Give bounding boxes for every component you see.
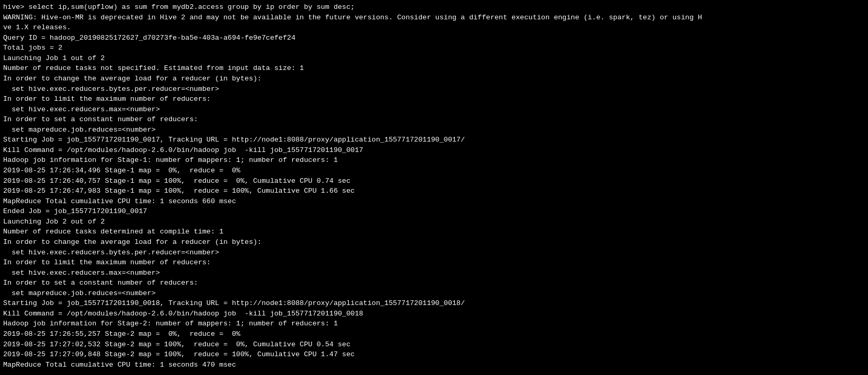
terminal-line-20: Ended Job = job_1557717201190_0017 — [3, 206, 865, 217]
terminal-line-35: MapReduce Total cumulative CPU time: 1 s… — [3, 360, 865, 370]
terminal-line-5: Launching Job 1 out of 2 — [3, 53, 865, 64]
terminal-line-30: Kill Command = /opt/modules/hadoop-2.6.0… — [3, 309, 865, 319]
terminal-line-8: set hive.exec.reducers.bytes.per.reducer… — [3, 84, 865, 95]
terminal-line-13: Starting Job = job_1557717201190_0017, T… — [3, 135, 865, 145]
terminal-line-16: 2019-08-25 17:26:34,496 Stage-1 map = 0%… — [3, 166, 865, 176]
terminal-line-15: Hadoop job information for Stage-1: numb… — [3, 155, 865, 166]
terminal-line-29: Starting Job = job_1557717201190_0018, T… — [3, 298, 865, 309]
terminal-line-1: WARNING: Hive-on-MR is deprecated in Hiv… — [3, 13, 865, 23]
terminal-line-32: 2019-08-25 17:26:55,257 Stage-2 map = 0%… — [3, 329, 865, 339]
terminal-line-18: 2019-08-25 17:26:47,983 Stage-1 map = 10… — [3, 186, 865, 196]
terminal-line-21: Launching Job 2 out of 2 — [3, 217, 865, 227]
terminal-line-12: set mapreduce.job.reduces=<number> — [3, 125, 865, 135]
terminal-line-31: Hadoop job information for Stage-2: numb… — [3, 319, 865, 329]
terminal-line-23: In order to change the average load for … — [3, 237, 865, 248]
terminal-line-4: Total jobs = 2 — [3, 43, 865, 53]
terminal-line-34: 2019-08-25 17:27:09,848 Stage-2 map = 10… — [3, 349, 865, 360]
terminal-line-9: In order to limit the maximum number of … — [3, 94, 865, 104]
terminal-line-22: Number of reduce tasks determined at com… — [3, 227, 865, 237]
terminal-line-11: In order to set a constant number of red… — [3, 114, 865, 125]
terminal-line-14: Kill Command = /opt/modules/hadoop-2.6.0… — [3, 145, 865, 156]
terminal-line-0: hive> select ip,sum(upflow) as sum from … — [3, 2, 865, 13]
terminal-line-26: set hive.exec.reducers.max=<number> — [3, 268, 865, 278]
terminal-line-19: MapReduce Total cumulative CPU time: 1 s… — [3, 196, 865, 207]
terminal-line-25: In order to limit the maximum number of … — [3, 257, 865, 268]
terminal-line-10: set hive.exec.reducers.max=<number> — [3, 104, 865, 115]
terminal-line-6: Number of reduce tasks not specified. Es… — [3, 63, 865, 74]
terminal-line-28: set mapreduce.job.reduces=<number> — [3, 288, 865, 299]
terminal-line-3: Query ID = hadoop_20190825172627_d70273f… — [3, 33, 865, 43]
terminal-line-7: In order to change the average load for … — [3, 74, 865, 84]
terminal-line-27: In order to set a constant number of red… — [3, 278, 865, 288]
terminal-line-17: 2019-08-25 17:26:40,757 Stage-1 map = 10… — [3, 176, 865, 186]
terminal-line-24: set hive.exec.reducers.bytes.per.reducer… — [3, 248, 865, 258]
terminal-line-33: 2019-08-25 17:27:02,532 Stage-2 map = 10… — [3, 339, 865, 350]
terminal-window: hive> select ip,sum(upflow) as sum from … — [0, 0, 868, 375]
terminal-line-2: ve 1.X releases. — [3, 22, 865, 33]
